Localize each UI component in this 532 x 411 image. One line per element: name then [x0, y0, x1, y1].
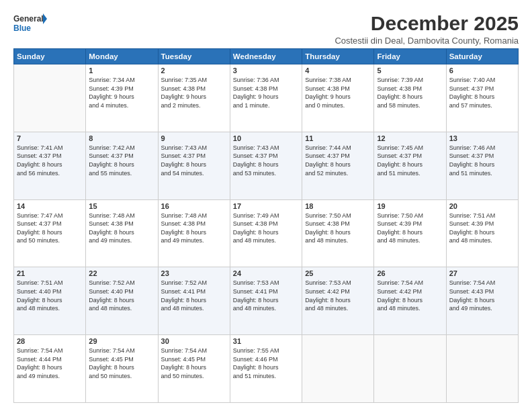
day-number: 3 [233, 66, 299, 75]
calendar-week-row: 14Sunrise: 7:47 AMSunset: 4:37 PMDayligh… [14, 199, 519, 267]
calendar-cell: 22Sunrise: 7:52 AMSunset: 4:40 PMDayligh… [86, 267, 158, 335]
cell-sun-info: Sunrise: 7:54 AMSunset: 4:42 PMDaylight:… [377, 279, 443, 312]
day-number: 20 [449, 202, 515, 210]
logo: General Blue [13, 12, 47, 36]
day-number: 26 [377, 269, 443, 277]
calendar-cell: 31Sunrise: 7:55 AMSunset: 4:46 PMDayligh… [230, 335, 302, 403]
day-number: 16 [161, 202, 227, 210]
calendar-week-row: 1Sunrise: 7:34 AMSunset: 4:39 PMDaylight… [14, 64, 519, 132]
calendar-cell: 9Sunrise: 7:43 AMSunset: 4:37 PMDaylight… [158, 132, 230, 199]
calendar-cell: 1Sunrise: 7:34 AMSunset: 4:39 PMDaylight… [86, 64, 158, 132]
day-number: 23 [161, 269, 227, 277]
day-number: 12 [377, 134, 443, 142]
calendar-cell: 30Sunrise: 7:54 AMSunset: 4:45 PMDayligh… [158, 335, 230, 403]
day-number: 5 [377, 66, 443, 75]
cell-sun-info: Sunrise: 7:48 AMSunset: 4:38 PMDaylight:… [161, 212, 227, 245]
svg-text:Blue: Blue [13, 24, 31, 33]
calendar-cell: 5Sunrise: 7:39 AMSunset: 4:38 PMDaylight… [374, 64, 446, 132]
cell-sun-info: Sunrise: 7:38 AMSunset: 4:38 PMDaylight:… [305, 76, 371, 109]
day-number: 15 [89, 202, 154, 210]
cell-sun-info: Sunrise: 7:49 AMSunset: 4:38 PMDaylight:… [233, 212, 299, 245]
calendar-cell [14, 64, 86, 132]
cell-sun-info: Sunrise: 7:54 AMSunset: 4:45 PMDaylight:… [161, 347, 227, 380]
calendar-cell: 15Sunrise: 7:48 AMSunset: 4:38 PMDayligh… [86, 199, 158, 267]
logo-icon: General Blue [13, 12, 47, 36]
day-number: 21 [17, 269, 83, 277]
calendar-cell: 25Sunrise: 7:53 AMSunset: 4:42 PMDayligh… [302, 267, 374, 335]
cell-sun-info: Sunrise: 7:39 AMSunset: 4:38 PMDaylight:… [377, 76, 443, 109]
header: General Blue December 2025 Costestii din… [13, 12, 519, 46]
day-number: 30 [161, 337, 227, 345]
day-number: 31 [233, 337, 299, 345]
day-number: 24 [233, 269, 299, 277]
calendar-week-row: 28Sunrise: 7:54 AMSunset: 4:44 PMDayligh… [14, 335, 519, 403]
day-number: 8 [89, 134, 154, 142]
calendar-cell: 8Sunrise: 7:42 AMSunset: 4:37 PMDaylight… [86, 132, 158, 199]
day-number: 25 [305, 269, 371, 277]
day-header: Wednesday [230, 49, 302, 64]
calendar-cell: 29Sunrise: 7:54 AMSunset: 4:45 PMDayligh… [86, 335, 158, 403]
day-number: 22 [89, 269, 154, 277]
day-number: 7 [17, 134, 83, 142]
day-number: 1 [89, 66, 154, 75]
day-number: 4 [305, 66, 371, 75]
calendar-cell: 7Sunrise: 7:41 AMSunset: 4:37 PMDaylight… [14, 132, 86, 199]
calendar-cell: 12Sunrise: 7:45 AMSunset: 4:37 PMDayligh… [374, 132, 446, 199]
day-header: Thursday [302, 49, 374, 64]
page: General Blue December 2025 Costestii din… [0, 0, 532, 411]
cell-sun-info: Sunrise: 7:42 AMSunset: 4:37 PMDaylight:… [89, 144, 154, 177]
day-number: 14 [17, 202, 83, 210]
day-number: 13 [449, 134, 515, 142]
cell-sun-info: Sunrise: 7:52 AMSunset: 4:41 PMDaylight:… [161, 279, 227, 312]
calendar-cell: 13Sunrise: 7:46 AMSunset: 4:37 PMDayligh… [446, 132, 518, 199]
day-header: Monday [86, 49, 158, 64]
cell-sun-info: Sunrise: 7:51 AMSunset: 4:40 PMDaylight:… [17, 279, 83, 312]
subtitle: Costestii din Deal, Dambovita County, Ro… [335, 36, 519, 46]
calendar-cell: 27Sunrise: 7:54 AMSunset: 4:43 PMDayligh… [446, 267, 518, 335]
day-number: 18 [305, 202, 371, 210]
day-number: 28 [17, 337, 83, 345]
calendar-cell: 17Sunrise: 7:49 AMSunset: 4:38 PMDayligh… [230, 199, 302, 267]
day-number: 2 [161, 66, 227, 75]
cell-sun-info: Sunrise: 7:41 AMSunset: 4:37 PMDaylight:… [17, 144, 83, 177]
calendar-cell: 14Sunrise: 7:47 AMSunset: 4:37 PMDayligh… [14, 199, 86, 267]
calendar-cell: 3Sunrise: 7:36 AMSunset: 4:38 PMDaylight… [230, 64, 302, 132]
cell-sun-info: Sunrise: 7:53 AMSunset: 4:41 PMDaylight:… [233, 279, 299, 312]
calendar-cell: 16Sunrise: 7:48 AMSunset: 4:38 PMDayligh… [158, 199, 230, 267]
calendar-header-row: SundayMondayTuesdayWednesdayThursdayFrid… [14, 49, 519, 64]
day-number: 9 [161, 134, 227, 142]
day-number: 19 [377, 202, 443, 210]
calendar-cell: 24Sunrise: 7:53 AMSunset: 4:41 PMDayligh… [230, 267, 302, 335]
cell-sun-info: Sunrise: 7:40 AMSunset: 4:37 PMDaylight:… [449, 76, 515, 109]
calendar-cell: 18Sunrise: 7:50 AMSunset: 4:38 PMDayligh… [302, 199, 374, 267]
cell-sun-info: Sunrise: 7:50 AMSunset: 4:39 PMDaylight:… [377, 212, 443, 245]
cell-sun-info: Sunrise: 7:43 AMSunset: 4:37 PMDaylight:… [233, 144, 299, 177]
calendar-cell: 2Sunrise: 7:35 AMSunset: 4:38 PMDaylight… [158, 64, 230, 132]
cell-sun-info: Sunrise: 7:54 AMSunset: 4:43 PMDaylight:… [449, 279, 515, 312]
cell-sun-info: Sunrise: 7:50 AMSunset: 4:38 PMDaylight:… [305, 212, 371, 245]
cell-sun-info: Sunrise: 7:46 AMSunset: 4:37 PMDaylight:… [449, 144, 515, 177]
calendar-cell: 4Sunrise: 7:38 AMSunset: 4:38 PMDaylight… [302, 64, 374, 132]
cell-sun-info: Sunrise: 7:55 AMSunset: 4:46 PMDaylight:… [233, 347, 299, 380]
title-block: December 2025 Costestii din Deal, Dambov… [335, 12, 519, 46]
cell-sun-info: Sunrise: 7:43 AMSunset: 4:37 PMDaylight:… [161, 144, 227, 177]
calendar-cell: 26Sunrise: 7:54 AMSunset: 4:42 PMDayligh… [374, 267, 446, 335]
cell-sun-info: Sunrise: 7:52 AMSunset: 4:40 PMDaylight:… [89, 279, 154, 312]
cell-sun-info: Sunrise: 7:47 AMSunset: 4:37 PMDaylight:… [17, 212, 83, 245]
day-number: 29 [89, 337, 154, 345]
calendar-cell: 11Sunrise: 7:44 AMSunset: 4:37 PMDayligh… [302, 132, 374, 199]
cell-sun-info: Sunrise: 7:35 AMSunset: 4:38 PMDaylight:… [161, 76, 227, 109]
calendar-cell: 10Sunrise: 7:43 AMSunset: 4:37 PMDayligh… [230, 132, 302, 199]
cell-sun-info: Sunrise: 7:36 AMSunset: 4:38 PMDaylight:… [233, 76, 299, 109]
cell-sun-info: Sunrise: 7:54 AMSunset: 4:44 PMDaylight:… [17, 347, 83, 380]
cell-sun-info: Sunrise: 7:45 AMSunset: 4:37 PMDaylight:… [377, 144, 443, 177]
calendar-cell: 23Sunrise: 7:52 AMSunset: 4:41 PMDayligh… [158, 267, 230, 335]
day-header: Friday [374, 49, 446, 64]
calendar-cell [446, 335, 518, 403]
cell-sun-info: Sunrise: 7:54 AMSunset: 4:45 PMDaylight:… [89, 347, 154, 380]
cell-sun-info: Sunrise: 7:44 AMSunset: 4:37 PMDaylight:… [305, 144, 371, 177]
calendar-cell: 21Sunrise: 7:51 AMSunset: 4:40 PMDayligh… [14, 267, 86, 335]
svg-marker-2 [43, 13, 47, 24]
cell-sun-info: Sunrise: 7:34 AMSunset: 4:39 PMDaylight:… [89, 76, 154, 109]
day-number: 27 [449, 269, 515, 277]
